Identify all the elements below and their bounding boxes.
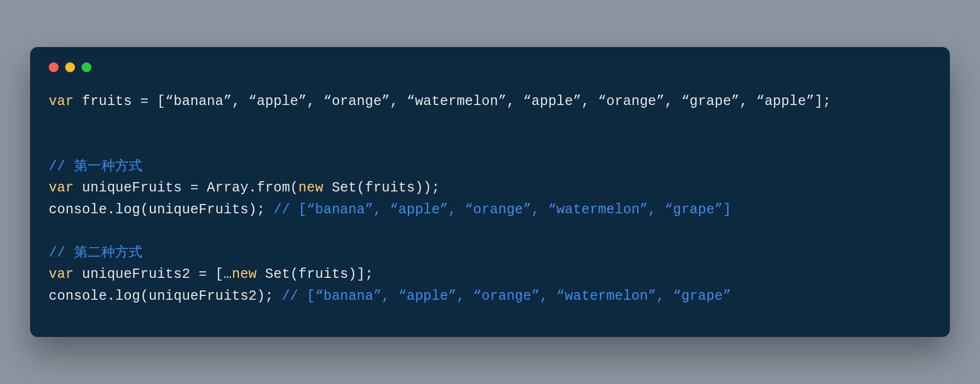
code-block: var fruits = [“banana”, “apple”, “orange… [49, 91, 931, 307]
window-controls [49, 62, 931, 72]
keyword-new: new [232, 266, 257, 282]
comment: // 第一种方式 [49, 159, 143, 174]
code-text: Set(fruits)); [324, 180, 440, 196]
code-text: uniqueFruits = Array.from( [74, 180, 298, 196]
comment: // 第二种方式 [49, 245, 143, 261]
close-icon[interactable] [49, 62, 59, 72]
comment: // [“banana”, “apple”, “orange”, “waterm… [273, 202, 731, 218]
minimize-icon[interactable] [65, 62, 75, 72]
keyword-var: var [49, 266, 74, 282]
code-text: console.log(uniqueFruits); [49, 202, 273, 218]
keyword-var: var [49, 94, 74, 109]
code-text: console.log(uniqueFruits2); [49, 288, 282, 304]
keyword-new: new [298, 180, 324, 196]
code-text: uniqueFruits2 = [… [74, 266, 232, 282]
code-text: fruits = [“banana”, “apple”, “orange”, “… [74, 94, 831, 109]
keyword-var: var [49, 180, 74, 196]
code-text: Set(fruits)]; [257, 266, 373, 282]
maximize-icon[interactable] [82, 62, 91, 72]
code-window: var fruits = [“banana”, “apple”, “orange… [30, 47, 950, 337]
comment: // [“banana”, “apple”, “orange”, “waterm… [282, 288, 731, 304]
